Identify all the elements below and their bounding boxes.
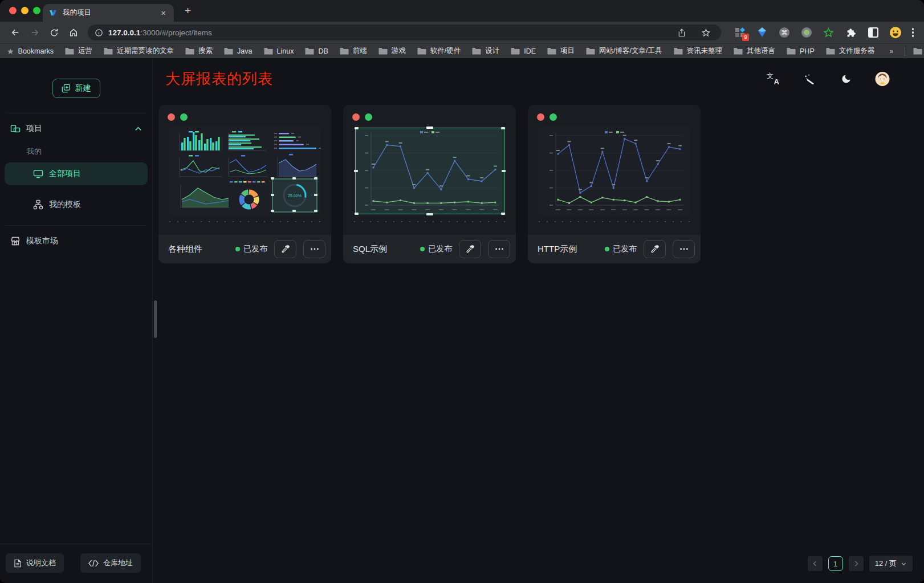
folder-icon	[472, 47, 481, 55]
folder-icon	[340, 47, 349, 55]
user-avatar[interactable]	[875, 71, 890, 86]
sidebar-item-all-projects[interactable]: 全部项目	[5, 162, 148, 185]
bookmark-folder[interactable]: PHP	[787, 47, 815, 55]
share-icon[interactable]	[674, 27, 690, 38]
browser-tab[interactable]: 我的项目 ×	[43, 4, 174, 22]
browser-menu-icon[interactable]	[907, 26, 919, 39]
card-footer: 各种组件 已发布	[158, 235, 331, 263]
page-title: 大屏报表的列表	[165, 69, 273, 89]
docs-button[interactable]: 说明文档	[6, 553, 64, 573]
reload-icon[interactable]	[46, 25, 62, 40]
page-number-button[interactable]: 1	[828, 556, 843, 571]
bookmark-folder[interactable]: 搜索	[185, 46, 213, 56]
extension-record-icon[interactable]	[800, 26, 813, 39]
svg-text:25.00%: 25.00%	[288, 194, 302, 198]
close-window-button[interactable]	[9, 7, 17, 14]
sidebar-item-my-templates[interactable]: 我的模板	[5, 193, 148, 216]
extension-command-icon[interactable]: ⌘	[778, 26, 791, 39]
magic-wand-icon[interactable]	[802, 71, 817, 86]
bookmark-folder[interactable]: 设计	[472, 46, 499, 56]
folder-icon	[586, 47, 595, 55]
close-tab-icon[interactable]: ×	[158, 7, 168, 18]
new-project-button[interactable]: 新建	[52, 79, 100, 98]
sidebar: 新建 项目 我的 全部项目 我的模板 模板市场	[0, 58, 153, 583]
extension-star-icon[interactable]	[823, 26, 835, 39]
selection-handle	[355, 127, 359, 129]
project-preview[interactable]	[539, 127, 690, 215]
project-preview[interactable]	[354, 127, 506, 215]
chevron-up-icon[interactable]	[135, 125, 142, 133]
back-icon[interactable]	[7, 25, 23, 40]
bookmark-folder[interactable]: 近期需要读的文章	[104, 46, 174, 56]
sidebar-divider	[6, 113, 146, 113]
bookmark-star-icon[interactable]	[698, 27, 714, 38]
extensions-puzzle-icon[interactable]	[845, 26, 857, 39]
bookmarks-manager[interactable]: ★ Bookmarks	[7, 47, 54, 56]
publish-status: 已发布	[605, 244, 637, 254]
next-page-icon[interactable]	[849, 556, 864, 571]
project-name: HTTP示例	[538, 244, 577, 255]
site-info-icon[interactable]	[95, 28, 103, 37]
zoom-window-button[interactable]	[33, 7, 40, 14]
dark-mode-moon-icon[interactable]	[838, 71, 853, 86]
address-bar[interactable]: 127.0.0.1:3000/#/project/items	[88, 25, 721, 40]
other-bookmarks-folder[interactable]: 其他书签	[913, 46, 924, 56]
project-card[interactable]: 25.00% 各种组件 已发布	[158, 105, 331, 263]
project-card[interactable]: HTTP示例 已发布	[528, 105, 701, 263]
bookmark-folder[interactable]: 网站/博客/文章/工具	[586, 46, 662, 56]
profile-avatar-icon[interactable]	[889, 26, 902, 39]
more-button[interactable]	[488, 240, 510, 258]
header-icons: 文A	[766, 71, 890, 86]
bookmark-folder[interactable]: 项目	[547, 46, 575, 56]
bookmark-folder[interactable]: IDE	[511, 47, 536, 55]
forward-icon[interactable]	[27, 25, 43, 40]
folder-icon	[104, 47, 113, 55]
ellipsis-icon	[310, 244, 320, 254]
side-panel-icon[interactable]	[867, 26, 880, 39]
home-icon[interactable]	[66, 25, 82, 40]
hammer-icon	[650, 244, 660, 254]
new-tab-button[interactable]: +	[181, 3, 194, 18]
bookmarks-overflow-icon[interactable]: »	[886, 46, 897, 56]
extension-gem-icon[interactable]	[756, 26, 768, 39]
page-size-select[interactable]: 12 / 页	[869, 556, 913, 572]
repo-button[interactable]: 仓库地址	[80, 553, 141, 573]
content-area: 大屏报表的列表 文A 25.	[153, 58, 924, 583]
bookmark-folder[interactable]: 软件/硬件	[417, 46, 461, 56]
more-button[interactable]	[673, 240, 695, 258]
bookmark-folder[interactable]: 文件服务器	[826, 46, 875, 56]
prev-page-icon[interactable]	[808, 556, 823, 571]
browser-toolbar: 127.0.0.1:3000/#/project/items 9 ⌘	[0, 22, 924, 43]
card-red-dot	[537, 113, 544, 121]
folder-icon	[305, 47, 314, 55]
bookmark-folder[interactable]: Java	[224, 47, 252, 55]
sidebar-section-project[interactable]: 项目	[0, 116, 152, 142]
pagination: 1 12 / 页	[808, 556, 913, 572]
bookmark-folder[interactable]: 其他语言	[734, 46, 775, 56]
sidebar-divider	[6, 225, 146, 226]
tab-title: 我的项目	[63, 8, 158, 18]
bookmark-folder[interactable]: DB	[305, 47, 328, 55]
scrollbar-thumb[interactable]	[154, 300, 157, 338]
status-dot	[605, 247, 609, 251]
extension-grid-icon[interactable]: 9	[734, 26, 746, 39]
document-icon	[14, 559, 22, 568]
edit-button[interactable]	[274, 240, 296, 258]
bookmark-folder[interactable]: 运营	[65, 46, 92, 56]
edit-button[interactable]	[644, 240, 666, 258]
edit-button[interactable]	[459, 240, 481, 258]
page-header: 大屏报表的列表 文A	[153, 66, 924, 91]
project-card[interactable]: SQL示例 已发布	[343, 105, 516, 263]
language-icon[interactable]: 文A	[766, 71, 780, 86]
project-preview[interactable]: 25.00%	[169, 127, 321, 215]
traffic-lights	[9, 7, 40, 14]
bookmark-folder[interactable]: Linux	[264, 47, 294, 55]
bookmark-folder[interactable]: 前端	[340, 46, 367, 56]
star-icon: ★	[7, 47, 14, 56]
sidebar-item-template-market[interactable]: 模板市场	[0, 228, 152, 254]
url-text[interactable]: 127.0.0.1:3000/#/project/items	[108, 28, 666, 37]
bookmark-folder[interactable]: 游戏	[378, 46, 406, 56]
minimize-window-button[interactable]	[21, 7, 29, 14]
more-button[interactable]	[303, 240, 325, 258]
bookmark-folder[interactable]: 资讯未整理	[674, 46, 723, 56]
